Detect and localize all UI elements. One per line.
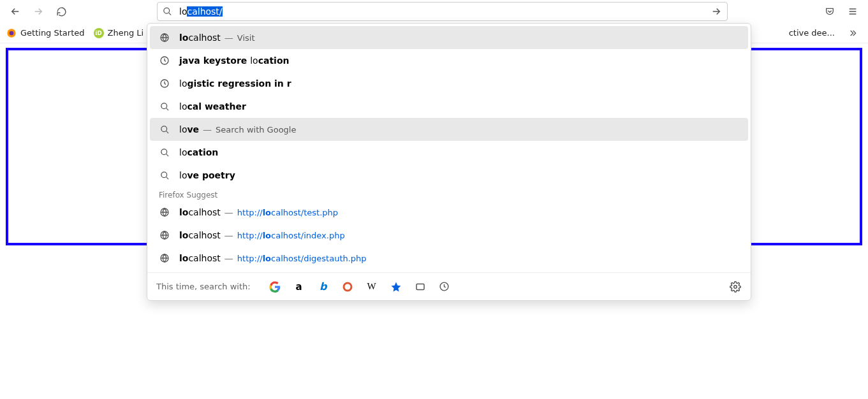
address-bar[interactable]: localhost/ <box>157 2 728 21</box>
search-icon <box>159 171 170 180</box>
suggestion-text: localhost—http://localhost/test.php <box>179 207 338 217</box>
arrow-right-icon <box>33 6 44 17</box>
suggestion-text: love—Search with Google <box>179 124 296 134</box>
suggestion-text: localhost—http://localhost/digestauth.ph… <box>179 253 367 263</box>
suggestion-row[interactable]: java keystore location <box>150 49 748 72</box>
go-button[interactable] <box>710 6 722 17</box>
engine-history[interactable] <box>438 280 451 293</box>
browser-toolbar: localhost/ <box>0 0 868 23</box>
svg-point-7 <box>161 126 166 131</box>
suggestion-text: localhost—Visit <box>179 33 255 43</box>
engine-tabs[interactable] <box>414 280 427 293</box>
search-icon <box>163 7 172 17</box>
search-icon <box>159 125 170 134</box>
gear-icon <box>730 281 741 293</box>
typed-text: lo <box>179 6 187 17</box>
svg-point-8 <box>161 149 166 154</box>
suggestion-text: java keystore location <box>179 55 289 66</box>
orcid-icon: iD <box>94 28 104 38</box>
wikipedia-icon: W <box>367 281 376 292</box>
search-settings-button[interactable] <box>729 280 742 293</box>
urlbar-dropdown: localhost—Visitjava keystore locationlog… <box>147 23 751 301</box>
address-bar-wrap: localhost/ <box>157 2 728 21</box>
google-icon <box>269 281 281 293</box>
history-icon <box>159 78 170 89</box>
forward-button[interactable] <box>29 3 47 20</box>
address-bar-text: localhost/ <box>179 6 223 17</box>
bookmark-getting-started[interactable]: Getting Started <box>6 28 85 38</box>
star-icon <box>390 281 402 293</box>
globe-icon <box>159 207 170 217</box>
firefox-icon <box>6 28 17 38</box>
svg-point-6 <box>161 103 166 108</box>
suggestion-text: local weather <box>179 101 246 112</box>
bookmark-overflow-right[interactable]: ctive dee... <box>789 28 835 38</box>
globe-icon <box>159 230 170 240</box>
suggestion-text: localhost—http://localhost/index.php <box>179 230 345 240</box>
svg-point-2 <box>10 31 14 35</box>
engine-amazon[interactable]: a <box>293 280 305 293</box>
engine-google[interactable] <box>268 280 281 293</box>
back-button[interactable] <box>6 3 24 20</box>
suggestion-row[interactable]: localhost—http://localhost/digestauth.ph… <box>150 247 748 270</box>
svg-point-17 <box>734 285 737 288</box>
duckduckgo-icon <box>342 281 353 293</box>
search-icon <box>159 148 170 157</box>
bookmarks-overflow-button[interactable] <box>844 24 862 42</box>
selected-text: calhost/ <box>187 6 222 17</box>
engine-bookmarks[interactable] <box>390 280 402 293</box>
suggestion-row[interactable]: localhost—Visit <box>150 26 748 49</box>
bookmark-label: ctive dee... <box>789 28 835 38</box>
globe-icon <box>159 253 170 263</box>
footer-label: This time, search with: <box>156 282 251 291</box>
chevrons-right-icon <box>848 28 858 38</box>
reload-icon <box>56 6 67 17</box>
globe-icon <box>159 33 170 43</box>
suggestion-row[interactable]: love—Search with Google <box>150 118 748 141</box>
suggestion-row[interactable]: logistic regression in r <box>150 72 748 95</box>
bing-icon: b <box>320 280 327 293</box>
dropdown-footer: This time, search with: a b W <box>147 272 751 300</box>
suggestion-row[interactable]: location <box>150 141 748 164</box>
svg-point-9 <box>161 171 166 177</box>
svg-rect-15 <box>416 284 424 289</box>
reload-button[interactable] <box>52 3 70 20</box>
arrow-right-icon <box>710 6 722 17</box>
suggestion-row[interactable]: love poetry <box>150 164 748 187</box>
engine-duckduckgo[interactable] <box>341 280 354 293</box>
amazon-icon: a <box>296 281 302 293</box>
arrow-left-icon <box>10 6 21 17</box>
pocket-icon <box>825 6 835 17</box>
svg-point-14 <box>344 284 350 289</box>
menu-button[interactable] <box>844 3 862 20</box>
hamburger-icon <box>848 6 858 17</box>
suggestion-text: logistic regression in r <box>179 78 291 89</box>
firefox-suggest-label: Firefox Suggest <box>150 187 748 201</box>
suggestion-text: location <box>179 147 218 157</box>
pocket-button[interactable] <box>821 3 839 20</box>
svg-point-0 <box>164 8 170 13</box>
bookmark-label: Getting Started <box>20 28 85 38</box>
suggestion-row[interactable]: local weather <box>150 95 748 118</box>
tabs-icon <box>415 281 426 293</box>
engine-bing[interactable]: b <box>317 280 330 293</box>
suggestion-text: love poetry <box>179 170 235 180</box>
suggestion-row[interactable]: localhost—http://localhost/test.php <box>150 201 748 224</box>
clock-icon <box>439 281 450 292</box>
search-icon <box>159 102 170 112</box>
suggestion-row[interactable]: localhost—http://localhost/index.php <box>150 224 748 247</box>
engine-wikipedia[interactable]: W <box>365 280 378 293</box>
history-icon <box>159 55 170 66</box>
